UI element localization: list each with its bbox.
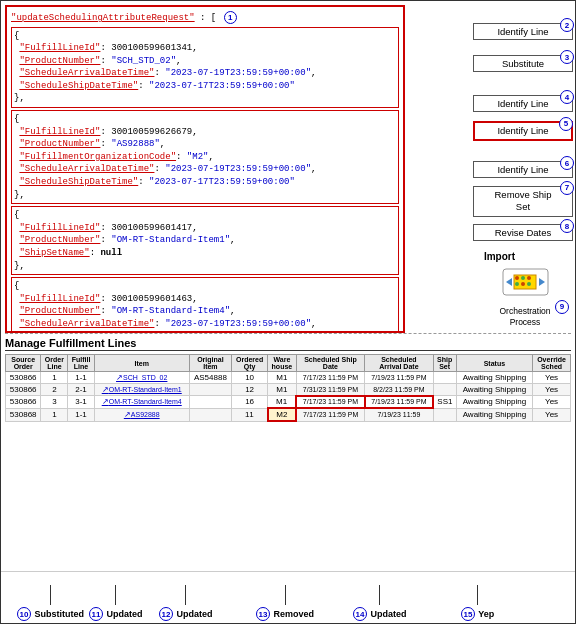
cell-qty: 16	[232, 396, 268, 409]
callout-identify-line-2[interactable]: Identify Line 2	[473, 23, 573, 40]
cell-arrival-date: 8/2/23 11:59 PM	[365, 384, 433, 396]
cell-source-order: 530868	[6, 408, 41, 421]
col-arrival-date: ScheduledArrival Date	[365, 355, 433, 372]
col-source-order: SourceOrder	[6, 355, 41, 372]
cell-original-item	[189, 396, 231, 409]
cell-status: Awaiting Shipping	[456, 384, 532, 396]
cell-arrival-date: 7/19/23 11:59	[365, 408, 433, 421]
cell-source-order: 530866	[6, 372, 41, 384]
table-row: 530866 2 2-1 ↗OM-RT-Standard-Item1 12 M1…	[6, 384, 571, 396]
cell-original-item	[189, 384, 231, 396]
cell-status: Awaiting Shipping	[456, 408, 532, 421]
col-order-line: OrderLine	[41, 355, 68, 372]
cell-ship-date: 7/17/23 11:59 PM	[296, 408, 364, 421]
identify-new-warehouse-label: Identify Line	[497, 125, 548, 137]
svg-point-9	[527, 282, 531, 286]
col-original-item: OriginalItem	[189, 355, 231, 372]
svg-point-5	[521, 276, 525, 280]
cell-fulfill-line: 1-1	[68, 372, 94, 384]
cell-override: Yes	[533, 408, 571, 421]
fulfillment-table: SourceOrder OrderLine FulfillLine Item O…	[5, 354, 571, 422]
callout-identify-line-4[interactable]: Identify Line 4	[473, 95, 573, 112]
label-updated-14: 14 Updated	[353, 585, 407, 621]
cell-qty: 11	[232, 408, 268, 421]
cell-original-item: AS54888	[189, 372, 231, 384]
code-area: "updateSchedulingAttributeRequest" : [ 1…	[5, 5, 405, 333]
cell-arrival-date: 7/19/23 11:59 PM	[365, 396, 433, 409]
cell-warehouse: M2	[268, 408, 297, 421]
cell-ship-date: 7/17/23 11:59 PM	[296, 396, 364, 409]
cell-override: Yes	[533, 384, 571, 396]
cell-warehouse: M1	[268, 396, 297, 409]
cell-item[interactable]: ↗OM-RT-Standard-Item1	[94, 384, 189, 396]
cell-ship-set	[433, 408, 456, 421]
label-yep-15: 15 Yep	[461, 585, 494, 621]
cell-source-order: 530866	[6, 396, 41, 409]
col-ship-set: ShipSet	[433, 355, 456, 372]
cell-warehouse: M1	[268, 384, 297, 396]
col-fulfill-line: FulfillLine	[68, 355, 94, 372]
cell-override: Yes	[533, 372, 571, 384]
bottom-labels-area: 10 Substituted 11 Updated 12 Updated 13	[1, 571, 575, 623]
label-updated-12: 12 Updated	[159, 585, 213, 621]
cell-item[interactable]: ↗AS92888	[94, 408, 189, 421]
cell-item[interactable]: ↗OM-RT-Standard-Item4	[94, 396, 189, 409]
cell-fulfill-line: 3-1	[68, 396, 94, 409]
cell-qty: 12	[232, 384, 268, 396]
cell-order-line: 3	[41, 396, 68, 409]
table-title: Manage Fulfillment Lines	[5, 337, 571, 351]
orchestration-process: 9 OrchestrationProcess	[485, 261, 565, 328]
cell-item[interactable]: ↗SCH_STD_02	[94, 372, 189, 384]
main-container: "updateSchedulingAttributeRequest" : [ 1…	[0, 0, 576, 624]
orchestration-icon	[498, 261, 553, 303]
cell-ship-set	[433, 384, 456, 396]
label-removed-13: 13 Removed	[256, 585, 314, 621]
cell-status: Awaiting Shipping	[456, 372, 532, 384]
col-ship-date: Scheduled ShipDate	[296, 355, 364, 372]
cell-ship-set	[433, 372, 456, 384]
col-item: Item	[94, 355, 189, 372]
cell-ship-date: 7/31/23 11:59 PM	[296, 384, 364, 396]
callout-revise-dates-8[interactable]: Revise Dates 8	[473, 224, 573, 241]
table-row: 530866 3 3-1 ↗OM-RT-Standard-Item4 16 M1…	[6, 396, 571, 409]
table-row: 530866 1 1-1 ↗SCH_STD_02 AS54888 10 M1 7…	[6, 372, 571, 384]
cell-order-line: 1	[41, 408, 68, 421]
col-override: OverrideSched	[533, 355, 571, 372]
svg-point-6	[527, 276, 531, 280]
cell-arrival-date: 7/19/23 11:59 PM	[365, 372, 433, 384]
cell-override: Yes	[533, 396, 571, 409]
callout-identify-line-6[interactable]: Identify Line 6	[473, 161, 573, 178]
callout-identify-new-warehouse-5[interactable]: Identify Line 5	[473, 121, 573, 141]
separator-line	[5, 333, 571, 334]
svg-point-7	[515, 282, 519, 286]
col-warehouse: Warehouse	[268, 355, 297, 372]
table-section: Manage Fulfillment Lines SourceOrder Ord…	[5, 337, 571, 571]
cell-order-line: 1	[41, 372, 68, 384]
cell-original-item	[189, 408, 231, 421]
label-updated-11: 11 Updated	[89, 585, 143, 621]
cell-status: Awaiting Shipping	[456, 396, 532, 409]
root-key: "updateSchedulingAttributeRequest"	[11, 13, 195, 23]
cell-warehouse: M1	[268, 372, 297, 384]
cell-qty: 10	[232, 372, 268, 384]
cell-source-order: 530866	[6, 384, 41, 396]
label-substituted: 10 Substituted	[17, 585, 84, 621]
cell-ship-date: 7/17/23 11:59 PM	[296, 372, 364, 384]
svg-point-8	[521, 282, 525, 286]
callout-substitute-3[interactable]: Substitute 3	[473, 55, 573, 72]
callout-remove-ship-set-7[interactable]: Remove ShipSet 7	[473, 186, 573, 217]
cell-fulfill-line: 2-1	[68, 384, 94, 396]
cell-ship-set: SS1	[433, 396, 456, 409]
svg-point-4	[515, 276, 519, 280]
cell-order-line: 2	[41, 384, 68, 396]
table-row: 530868 1 1-1 ↗AS92888 11 M2 7/17/23 11:5…	[6, 408, 571, 421]
col-qty: OrderedQty	[232, 355, 268, 372]
cell-fulfill-line: 1-1	[68, 408, 94, 421]
col-status: Status	[456, 355, 532, 372]
